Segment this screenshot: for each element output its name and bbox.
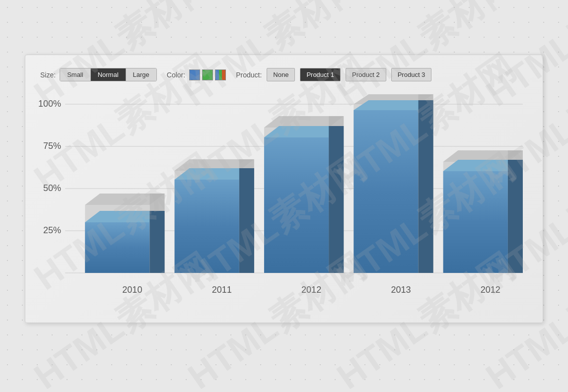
svg-text:2012: 2012 <box>301 285 321 295</box>
svg-rect-12 <box>85 222 149 273</box>
svg-text:2013: 2013 <box>391 285 411 295</box>
svg-rect-30 <box>354 110 418 273</box>
chart-container: Size: Small Normal Large Color: Product:… <box>25 55 543 323</box>
product-group: Product: None Product 1 Product 2 Produc… <box>236 68 431 81</box>
size-button-group: Small Normal Large <box>60 68 157 81</box>
svg-rect-38 <box>508 160 523 273</box>
svg-text:75%: 75% <box>43 141 61 151</box>
product-3-button[interactable]: Product 3 <box>391 68 432 81</box>
product-label: Product: <box>236 71 262 79</box>
swatch-multicolor[interactable] <box>215 69 226 80</box>
svg-rect-26 <box>329 126 344 273</box>
size-group: Size: Small Normal Large <box>40 68 157 81</box>
svg-rect-36 <box>443 171 508 273</box>
svg-rect-24 <box>264 137 329 273</box>
svg-text:2011: 2011 <box>212 285 232 295</box>
swatch-green[interactable] <box>202 69 213 80</box>
svg-text:2010: 2010 <box>122 285 142 295</box>
chart-svg: 100% 75% 50% 25% <box>35 94 533 313</box>
product-2-button[interactable]: Product 2 <box>346 68 386 81</box>
svg-rect-18 <box>175 180 239 273</box>
svg-text:100%: 100% <box>38 99 61 109</box>
color-group: Color: <box>167 69 226 80</box>
color-label: Color: <box>167 71 185 79</box>
size-normal-button[interactable]: Normal <box>91 68 126 81</box>
chart-area: 100% 75% 50% 25% <box>35 94 533 313</box>
product-1-button[interactable]: Product 1 <box>300 68 341 81</box>
color-swatches <box>189 69 226 80</box>
svg-rect-32 <box>419 100 433 273</box>
size-small-button[interactable]: Small <box>60 68 91 81</box>
svg-text:25%: 25% <box>43 225 61 235</box>
size-label: Size: <box>40 71 56 79</box>
swatch-blue[interactable] <box>189 69 200 80</box>
svg-text:2012: 2012 <box>481 285 500 295</box>
product-none-button[interactable]: None <box>267 68 295 81</box>
toolbar: Size: Small Normal Large Color: Product:… <box>35 65 533 84</box>
svg-rect-20 <box>239 168 254 273</box>
size-large-button[interactable]: Large <box>126 68 156 81</box>
svg-rect-14 <box>149 211 164 273</box>
svg-text:50%: 50% <box>43 183 61 193</box>
